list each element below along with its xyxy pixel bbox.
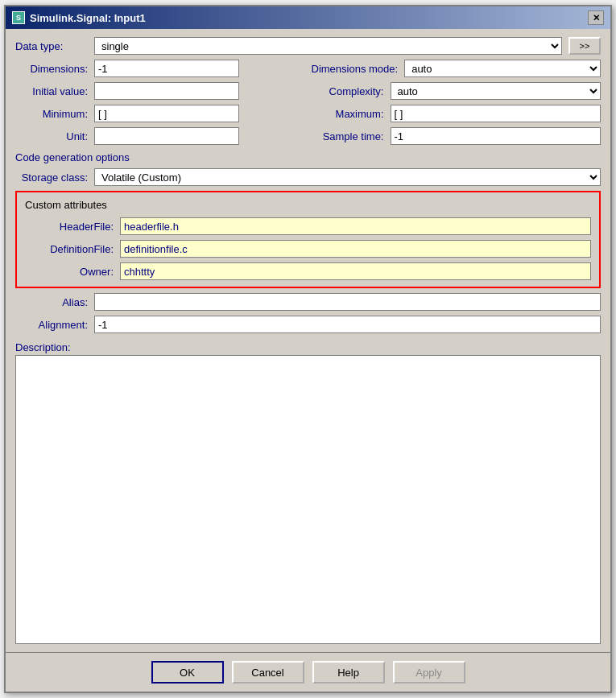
initial-value-input[interactable] <box>94 82 239 100</box>
owner-input[interactable] <box>120 262 591 280</box>
complexity-select[interactable]: auto <box>391 82 602 100</box>
description-textarea[interactable] <box>15 355 601 644</box>
unit-input[interactable] <box>94 127 239 145</box>
alias-label: Alias: <box>15 296 88 308</box>
owner-label: Owner: <box>25 266 114 278</box>
dimensions-mode-label: Dimensions mode: <box>312 63 399 75</box>
datatype-select[interactable]: single <box>94 37 562 55</box>
storage-class-label: Storage class: <box>15 171 88 184</box>
initial-value-section: Initial value: <box>15 82 305 100</box>
header-file-row: HeaderFile: <box>25 217 591 235</box>
code-gen-section: Code generation options <box>15 150 601 163</box>
close-button[interactable]: ✕ <box>588 10 604 25</box>
alias-row: Alias: <box>15 293 601 311</box>
dimensions-section: Dimensions: <box>15 60 305 77</box>
apply-button[interactable]: Apply <box>393 661 465 684</box>
button-bar: OK Cancel Help Apply <box>6 652 610 692</box>
min-max-row: Minimum: Maximum: <box>15 105 601 122</box>
sample-time-label: Sample time: <box>312 130 384 142</box>
custom-attrs-title: Custom attributes <box>25 199 591 211</box>
help-button[interactable]: Help <box>312 661 385 684</box>
unit-section: Unit: <box>15 127 305 145</box>
initial-value-label: Initial value: <box>15 85 88 97</box>
cancel-button[interactable]: Cancel <box>232 661 304 684</box>
definition-file-row: DefinitionFile: <box>25 240 591 258</box>
definition-file-label: DefinitionFile: <box>25 243 114 255</box>
maximum-input[interactable] <box>391 105 602 122</box>
unit-label: Unit: <box>15 130 88 142</box>
dimensions-input[interactable] <box>94 60 239 77</box>
complexity-label: Complexity: <box>312 85 384 97</box>
initial-value-row: Initial value: Complexity: auto <box>15 82 601 100</box>
dialog-window: S Simulink.Signal: Input1 ✕ Data type: s… <box>4 5 612 693</box>
title-bar-left: S Simulink.Signal: Input1 <box>12 11 146 24</box>
alignment-input[interactable] <box>94 316 601 333</box>
header-file-input[interactable] <box>120 217 591 235</box>
header-file-label: HeaderFile: <box>25 221 114 233</box>
owner-row: Owner: <box>25 262 591 280</box>
minimum-label: Minimum: <box>15 108 88 120</box>
alias-input[interactable] <box>94 293 601 311</box>
code-gen-label: Code generation options <box>15 151 130 163</box>
dimensions-row: Dimensions: Dimensions mode: auto <box>15 60 601 77</box>
window-title: Simulink.Signal: Input1 <box>30 12 146 24</box>
sample-time-input[interactable] <box>391 127 602 145</box>
custom-attributes-box: Custom attributes HeaderFile: Definition… <box>15 191 601 288</box>
unit-sample-row: Unit: Sample time: <box>15 127 601 145</box>
minimum-section: Minimum: <box>15 105 305 122</box>
maximum-label: Maximum: <box>312 108 384 120</box>
dimensions-mode-section: Dimensions mode: auto <box>312 60 602 77</box>
datatype-label: Data type: <box>15 40 88 52</box>
alignment-row: Alignment: <box>15 316 601 333</box>
complexity-section: Complexity: auto <box>312 82 602 100</box>
dimensions-label: Dimensions: <box>15 63 88 75</box>
dimensions-mode-select[interactable]: auto <box>404 60 601 77</box>
definition-file-input[interactable] <box>120 240 591 258</box>
ok-button[interactable]: OK <box>151 661 224 684</box>
arrow-button[interactable]: >> <box>568 37 601 55</box>
window-icon: S <box>12 11 25 24</box>
main-content: Data type: single >> Dimensions: Dimensi… <box>6 29 610 652</box>
storage-class-row: Storage class: Volatile (Custom) <box>15 168 601 186</box>
minimum-input[interactable] <box>94 105 239 122</box>
datatype-row: Data type: single >> <box>15 37 601 55</box>
maximum-section: Maximum: <box>312 105 602 122</box>
description-label: Description: <box>15 341 601 353</box>
title-bar: S Simulink.Signal: Input1 ✕ <box>6 6 610 29</box>
storage-class-select[interactable]: Volatile (Custom) <box>94 168 601 186</box>
sample-time-section: Sample time: <box>312 127 602 145</box>
alignment-label: Alignment: <box>15 319 88 331</box>
description-section: Description: <box>15 338 601 644</box>
